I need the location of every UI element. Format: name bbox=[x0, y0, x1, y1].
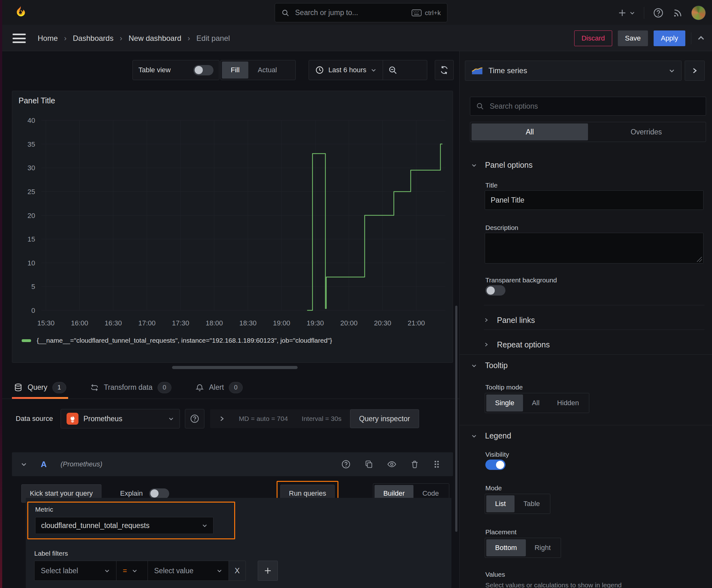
query-help-button[interactable] bbox=[341, 460, 351, 469]
news-button[interactable] bbox=[672, 8, 683, 18]
drag-query-handle[interactable] bbox=[433, 460, 440, 469]
add-filter-button[interactable] bbox=[258, 561, 278, 581]
panel-view-toolbar: Table view Fill Actual Last 6 hours bbox=[2, 60, 459, 80]
help-button[interactable] bbox=[653, 7, 664, 18]
menu-toggle-button[interactable] bbox=[13, 34, 26, 43]
metric-select[interactable]: cloudflared_tunnel_total_requests bbox=[35, 517, 214, 534]
actions-divider bbox=[691, 33, 691, 44]
legend-placement-right[interactable]: Right bbox=[526, 539, 559, 556]
trash-icon bbox=[410, 460, 419, 469]
panel-title-input[interactable] bbox=[485, 190, 704, 210]
legend-mode-list[interactable]: List bbox=[486, 495, 515, 512]
main-scrollbar[interactable] bbox=[455, 306, 457, 532]
resize-corner-icon[interactable] bbox=[697, 257, 702, 262]
svg-text:20: 20 bbox=[28, 212, 35, 219]
svg-text:40: 40 bbox=[28, 117, 35, 124]
select-value-dropdown[interactable]: Select value bbox=[148, 561, 229, 581]
chevron-right-icon: › bbox=[64, 34, 67, 43]
resize-drag-handle[interactable] bbox=[172, 366, 298, 369]
user-avatar[interactable] bbox=[691, 6, 706, 20]
actual-option[interactable]: Actual bbox=[249, 62, 286, 79]
stats-max-datapoints: MD = auto = 704 bbox=[239, 415, 288, 422]
query-inspector-button[interactable]: Query inspector bbox=[350, 409, 419, 428]
time-range-button[interactable]: Last 6 hours bbox=[309, 60, 383, 80]
collapse-header-button[interactable] bbox=[697, 34, 705, 42]
svg-text:30: 30 bbox=[28, 164, 35, 172]
discard-button[interactable]: Discard bbox=[574, 30, 612, 46]
tab-transform-count: 0 bbox=[157, 382, 171, 393]
breadcrumb-dashboards[interactable]: Dashboards bbox=[73, 34, 113, 43]
options-search-input[interactable] bbox=[489, 102, 700, 111]
grafana-logo-icon[interactable] bbox=[12, 4, 28, 21]
legend-mode-table[interactable]: Table bbox=[515, 495, 549, 512]
save-button[interactable]: Save bbox=[618, 30, 648, 46]
query-row-header[interactable]: A (Prometheus) bbox=[12, 452, 453, 476]
breadcrumb-home[interactable]: Home bbox=[38, 34, 58, 43]
new-menu-button[interactable] bbox=[618, 8, 635, 18]
table-view-control: Table view bbox=[132, 60, 219, 80]
transform-icon bbox=[90, 383, 99, 392]
tab-alert[interactable]: Alert 0 bbox=[193, 376, 244, 399]
table-view-toggle[interactable] bbox=[193, 65, 214, 76]
chevron-right-icon bbox=[219, 416, 225, 422]
chevron-right-icon bbox=[691, 67, 698, 74]
chevron-up-icon bbox=[697, 34, 705, 42]
chevron-down-icon bbox=[629, 10, 635, 16]
legend-visibility-toggle[interactable] bbox=[486, 460, 505, 470]
delete-query-button[interactable] bbox=[410, 460, 419, 469]
legend-series-name[interactable]: {__name__="cloudflared_tunnel_total_requ… bbox=[37, 337, 332, 344]
legend-mode-label: Mode bbox=[486, 484, 502, 492]
options-search[interactable] bbox=[470, 97, 706, 115]
datasource-help-button[interactable] bbox=[185, 409, 204, 428]
fill-option[interactable]: Fill bbox=[222, 62, 248, 79]
database-icon bbox=[14, 383, 23, 392]
svg-text:16:30: 16:30 bbox=[105, 319, 122, 327]
search-input[interactable] bbox=[295, 8, 407, 17]
select-label-placeholder: Select label bbox=[41, 567, 99, 575]
description-textarea[interactable] bbox=[485, 233, 704, 264]
tooltip-mode-hidden[interactable]: Hidden bbox=[548, 395, 588, 412]
help-icon bbox=[190, 414, 199, 423]
operator-dropdown[interactable]: = bbox=[116, 561, 148, 581]
repeat-options-section[interactable]: Repeat options bbox=[484, 336, 550, 353]
tooltip-mode-all[interactable]: All bbox=[523, 395, 548, 412]
legend-placement-bottom[interactable]: Bottom bbox=[486, 539, 526, 556]
active-tab-underline bbox=[12, 397, 68, 399]
global-search[interactable]: ctrl+k bbox=[275, 3, 447, 22]
tab-alert-label: Alert bbox=[209, 383, 224, 392]
shortcut-text: ctrl+k bbox=[425, 9, 441, 17]
duplicate-query-button[interactable] bbox=[365, 460, 373, 469]
legend-series-marker[interactable] bbox=[22, 339, 31, 342]
explain-toggle[interactable] bbox=[149, 488, 169, 499]
transparent-background-toggle[interactable] bbox=[486, 285, 505, 296]
refresh-button[interactable] bbox=[435, 60, 454, 80]
visualization-select[interactable]: Time series bbox=[465, 61, 682, 81]
panel-links-label: Panel links bbox=[497, 316, 535, 325]
apply-button[interactable]: Apply bbox=[654, 30, 685, 46]
zoom-out-button[interactable] bbox=[383, 60, 403, 80]
filter-overrides-option[interactable]: Overrides bbox=[588, 123, 705, 141]
tooltip-header[interactable]: Tooltip bbox=[471, 361, 508, 370]
toggle-query-visibility-button[interactable] bbox=[387, 460, 396, 469]
chevron-down-icon bbox=[21, 461, 27, 467]
metric-label: Metric bbox=[35, 506, 53, 513]
grafana-app: ctrl+k Home › Dashboards › New dashb bbox=[0, 0, 712, 588]
panel-links-section[interactable]: Panel links bbox=[484, 311, 535, 329]
chevron-right-icon: › bbox=[188, 34, 190, 43]
tooltip-mode-single[interactable]: Single bbox=[486, 395, 523, 412]
panel-options-sidebar: Time series All Overrides Panel options … bbox=[459, 51, 712, 588]
remove-filter-button[interactable]: X bbox=[229, 561, 246, 581]
datasource-select[interactable]: Prometheus bbox=[61, 409, 180, 428]
select-label-dropdown[interactable]: Select label bbox=[34, 561, 116, 581]
filter-all-option[interactable]: All bbox=[472, 123, 588, 141]
svg-text:20:30: 20:30 bbox=[374, 319, 391, 327]
panel-options-header[interactable]: Panel options bbox=[471, 161, 533, 170]
time-series-icon bbox=[472, 66, 483, 75]
operator-value: = bbox=[123, 567, 127, 575]
legend-header[interactable]: Legend bbox=[471, 431, 511, 440]
tab-query[interactable]: Query 1 bbox=[12, 376, 68, 399]
tab-transform-data[interactable]: Transform data 0 bbox=[88, 376, 173, 399]
time-series-chart[interactable]: 051015202530354015:3016:0016:3017:0017:3… bbox=[15, 109, 450, 335]
breadcrumb-new-dashboard[interactable]: New dashboard bbox=[128, 34, 181, 43]
collapse-options-button[interactable] bbox=[685, 61, 705, 81]
